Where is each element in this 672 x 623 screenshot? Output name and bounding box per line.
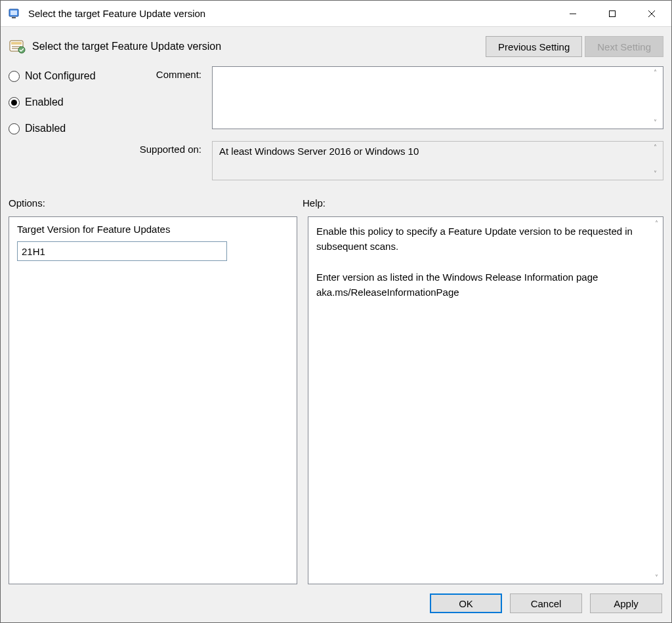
next-setting-button: Next Setting — [585, 36, 663, 57]
radio-disabled[interactable]: Disabled — [9, 123, 127, 134]
apply-button[interactable]: Apply — [590, 593, 662, 613]
policy-header: Select the target Feature Update version… — [1, 27, 671, 66]
radio-icon — [9, 71, 20, 82]
policy-title: Select the target Feature Update version — [32, 41, 483, 52]
svg-rect-1 — [10, 10, 17, 15]
radio-label: Disabled — [25, 123, 66, 134]
options-section-label: Options: — [9, 197, 303, 209]
window-title: Select the target Feature Update version — [28, 8, 553, 19]
svg-rect-4 — [610, 10, 616, 16]
target-version-input[interactable] — [17, 241, 227, 261]
supported-on-value: At least Windows Server 2016 or Windows … — [212, 141, 663, 180]
scrollbar[interactable]: ˄˅ — [650, 217, 663, 584]
app-icon — [9, 7, 22, 20]
dialog-footer: OK Cancel Apply — [1, 584, 671, 622]
help-section-label: Help: — [303, 197, 663, 209]
supported-on-label: Supported on: — [127, 141, 212, 155]
radio-icon — [9, 123, 20, 134]
options-panel: Target Version for Feature Updates — [9, 216, 297, 584]
comment-label: Comment: — [127, 66, 212, 80]
previous-setting-button[interactable]: Previous Setting — [486, 36, 582, 57]
policy-icon — [9, 38, 26, 55]
scrollbar[interactable]: ˄˅ — [648, 142, 662, 180]
scrollbar[interactable]: ˄˅ — [648, 67, 662, 129]
state-radio-group: Not Configured Enabled Disabled — [9, 66, 127, 180]
minimize-button[interactable] — [553, 1, 593, 26]
svg-rect-8 — [11, 42, 22, 45]
comment-textarea[interactable]: ˄˅ — [212, 66, 663, 129]
help-text: Enable this policy to specify a Feature … — [316, 224, 655, 300]
ok-button[interactable]: OK — [430, 593, 502, 613]
target-version-label: Target Version for Feature Updates — [17, 224, 289, 235]
radio-label: Enabled — [25, 96, 64, 108]
svg-rect-2 — [12, 17, 16, 18]
titlebar: Select the target Feature Update version — [1, 1, 671, 27]
radio-icon — [9, 97, 20, 108]
radio-label: Not Configured — [25, 70, 96, 82]
cancel-button[interactable]: Cancel — [510, 593, 582, 613]
radio-enabled[interactable]: Enabled — [9, 96, 127, 108]
radio-not-configured[interactable]: Not Configured — [9, 70, 127, 82]
close-button[interactable] — [632, 1, 671, 26]
help-panel: Enable this policy to specify a Feature … — [308, 216, 663, 584]
maximize-button[interactable] — [593, 1, 632, 26]
